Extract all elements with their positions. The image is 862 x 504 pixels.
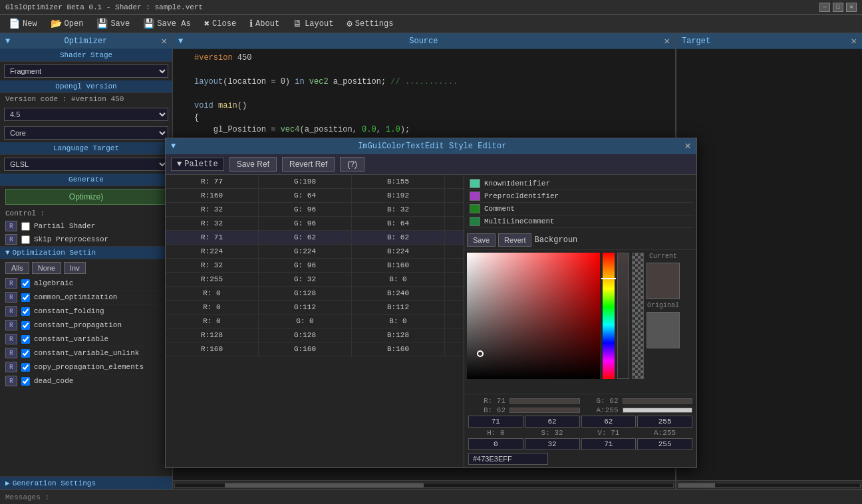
partial-shader-checkbox[interactable] — [21, 222, 30, 231]
hue-slider[interactable] — [603, 253, 615, 379]
menu-close[interactable]: ✖ Close — [198, 15, 242, 32]
close-window-button[interactable]: ✕ — [846, 3, 857, 12]
alls-button[interactable]: Alls — [5, 262, 29, 274]
opt-const-var-r-button[interactable]: R — [5, 334, 17, 344]
version-select[interactable]: 4.5 4.4 4.3 — [4, 108, 168, 121]
shader-stage-select[interactable]: Fragment Vertex — [4, 64, 168, 78]
color-row-6: R: 32 G: 96 B:160 A:128 — [166, 259, 464, 273]
target-panel: Target ✕ — [676, 33, 862, 489]
hex-input[interactable] — [468, 453, 548, 465]
g-slider[interactable] — [623, 398, 693, 404]
opt-folding-checkbox[interactable] — [21, 307, 30, 316]
opt-common-checkbox[interactable] — [21, 293, 30, 302]
skip-preprocessor-r-button[interactable]: R — [5, 234, 17, 245]
source-close-button[interactable]: ✕ — [664, 35, 670, 47]
menu-open[interactable]: 📂 Open — [45, 15, 90, 32]
opt-copy-prop: R copy_propagation_elements — [0, 360, 172, 374]
a-value[interactable]: 255 — [637, 416, 692, 428]
opt-const-var-unlink-r-button[interactable]: R — [5, 348, 17, 358]
optimize-button[interactable]: Optimize) — [5, 189, 167, 205]
revert-ref-button[interactable]: Revert Ref — [282, 157, 335, 172]
target-scrollbar[interactable] — [676, 480, 862, 489]
opt-const-var-unlink-checkbox[interactable] — [21, 349, 30, 358]
profile-row: Core Compatibility — [0, 124, 172, 142]
save-ref-button[interactable]: Save Ref — [229, 157, 277, 172]
s-value[interactable]: 32 — [525, 438, 580, 450]
version-code-text: Version code : #version 450 — [5, 95, 124, 103]
color-table: R: 77 G:198 B:155 A:255 R:160 G: 64 B:19… — [166, 175, 464, 467]
opt-propagation-r-button[interactable]: R — [5, 320, 17, 330]
color-row-11: R:128 G:128 B:128 A: 64 — [166, 328, 464, 342]
opt-const-var-unlink: R constant_variable_unlink — [0, 346, 172, 360]
partial-shader-r-button[interactable]: R — [5, 221, 17, 231]
target-code-area[interactable] — [676, 49, 862, 480]
picker-revert-button[interactable]: Revert — [498, 233, 531, 247]
h-value[interactable]: 0 — [468, 438, 523, 450]
g-value[interactable]: 62 — [525, 416, 580, 428]
menu-save[interactable]: 💾 Save — [90, 15, 136, 32]
opt-const-var-checkbox[interactable] — [21, 335, 30, 344]
menu-layout[interactable]: 🖥 Layout — [287, 16, 339, 32]
opt-folding-r-button[interactable]: R — [5, 306, 17, 316]
gen-settings-header: ▶ Generation Settings — [0, 476, 172, 489]
target-scroll-thumb[interactable] — [678, 483, 715, 487]
identifier-known[interactable]: KnownIdentifier — [467, 178, 694, 190]
color-row-12: R:160 G:160 B:160 A: 64 — [166, 342, 464, 356]
palette-dropdown[interactable]: ▼ Palette — [171, 158, 224, 171]
layout-icon: 🖥 — [293, 19, 302, 29]
r-value[interactable]: 71 — [468, 416, 523, 428]
menu-bar: 📄 New 📂 Open 💾 Save 💾 Save As ✖ Close ℹ … — [0, 15, 862, 33]
color-row-8: R: 0 G:128 B:240 A: 64 — [166, 287, 464, 301]
identifier-preproc[interactable]: PreprocIdentifier — [467, 190, 694, 203]
opt-algebraic-r-button[interactable]: R — [5, 278, 17, 289]
opt-copy-prop-label: copy_propagation_elements — [34, 363, 144, 371]
opt-common-r-button[interactable]: R — [5, 292, 17, 303]
opt-dead-code-r-button[interactable]: R — [5, 376, 17, 386]
target-scroll-track[interactable] — [678, 483, 861, 488]
r-slider[interactable] — [509, 398, 580, 404]
menu-new[interactable]: 📄 New — [3, 15, 43, 32]
menu-settings[interactable]: ⚙ Settings — [341, 15, 399, 32]
opt-dead-code: R dead_code — [0, 374, 172, 388]
identifier-multiline[interactable]: MultiLineComment — [467, 215, 694, 228]
picker-save-button[interactable]: Save — [467, 233, 496, 247]
picker-save-row: Save Revert Backgroun — [464, 231, 696, 250]
b-value[interactable]: 62 — [581, 416, 637, 428]
menu-layout-label: Layout — [305, 19, 333, 29]
rgb-row: R: 71 G: 62 — [468, 397, 692, 405]
color-a-0: A:255 — [445, 175, 464, 188]
opt-folding: R constant_folding — [0, 305, 172, 318]
profile-select[interactable]: Core Compatibility — [4, 126, 168, 140]
maximize-button[interactable]: □ — [833, 3, 843, 12]
menu-about[interactable]: ℹ About — [243, 15, 285, 32]
opt-propagation-checkbox[interactable] — [21, 321, 30, 330]
skip-preprocessor-checkbox[interactable] — [21, 235, 30, 244]
preproc-swatch — [470, 191, 480, 201]
control-header: Control : — [0, 207, 172, 219]
menu-save-as[interactable]: 💾 Save As — [137, 15, 196, 32]
minimize-button[interactable]: ─ — [819, 3, 830, 12]
optimizer-close-button[interactable]: ✕ — [162, 35, 167, 47]
source-scrollbar[interactable] — [173, 480, 675, 489]
style-editor-close-button[interactable]: ✕ — [684, 141, 691, 152]
color-gradient[interactable] — [467, 253, 600, 379]
opt-dead-code-checkbox[interactable] — [21, 377, 30, 386]
opt-const-var-unlink-label: constant_variable_unlink — [34, 349, 139, 357]
a-hsv-value[interactable]: 255 — [637, 438, 692, 450]
identifier-comment[interactable]: Comment — [467, 203, 694, 215]
source-scroll-track[interactable] — [174, 483, 674, 488]
b-slider[interactable] — [509, 408, 580, 413]
inv-button[interactable]: Inv — [64, 262, 86, 274]
v-value[interactable]: 71 — [581, 438, 637, 450]
opt-copy-prop-checkbox[interactable] — [21, 363, 30, 372]
help-button[interactable]: (?) — [340, 157, 364, 172]
none-button[interactable]: None — [32, 262, 61, 274]
source-scroll-thumb[interactable] — [225, 483, 424, 487]
code-line-6: { — [176, 112, 672, 124]
a-slider[interactable] — [623, 408, 693, 413]
alpha-slider[interactable] — [617, 253, 629, 379]
opt-algebraic-checkbox[interactable] — [21, 279, 30, 288]
opt-copy-prop-r-button[interactable]: R — [5, 362, 17, 372]
language-select[interactable]: GLSL HLSL — [4, 158, 168, 171]
target-close-button[interactable]: ✕ — [851, 35, 857, 47]
